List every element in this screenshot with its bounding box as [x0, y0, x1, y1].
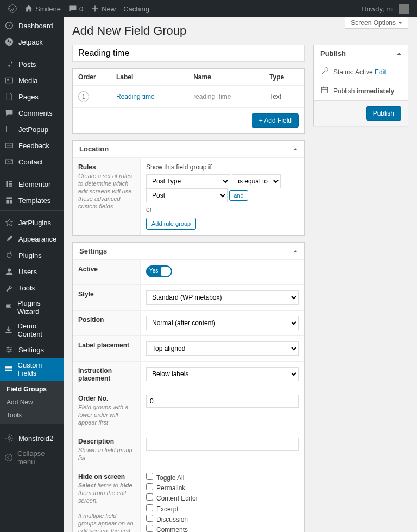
collapse-icon	[4, 453, 13, 463]
fields-box: Order Label Name Type 1 Reading time rea…	[72, 68, 305, 134]
my-account[interactable]: Howdy, mi	[357, 0, 413, 17]
brush-icon	[4, 234, 14, 244]
svg-rect-20	[5, 370, 12, 371]
field-type: Text	[264, 86, 304, 108]
menu-monstroid[interactable]: Monstroid2	[0, 430, 64, 446]
add-and-rule[interactable]: and	[229, 190, 248, 201]
menu-media[interactable]: Media	[0, 72, 64, 88]
svg-rect-10	[9, 183, 12, 184]
templates-icon	[4, 195, 14, 205]
submenu-add-new[interactable]: Add New	[0, 396, 64, 409]
hide-checkbox[interactable]	[146, 483, 153, 490]
svg-rect-24	[321, 87, 327, 93]
menu-custom-fields[interactable]: Custom Fields	[0, 358, 64, 381]
rule-operator-select[interactable]: is equal to	[232, 174, 281, 188]
field-name: reading_time	[188, 86, 264, 108]
elementor-icon	[4, 179, 14, 189]
menu-contact[interactable]: Contact	[0, 154, 64, 170]
label-placement-select[interactable]: Top aligned	[146, 341, 299, 356]
order-no-input[interactable]	[146, 395, 299, 408]
menu-feedback[interactable]: Feedback	[0, 137, 64, 154]
rule-value-select[interactable]: Post	[146, 188, 228, 202]
add-field-button[interactable]: + Add Field	[252, 113, 299, 128]
table-row[interactable]: 1 Reading time reading_time Text	[73, 86, 304, 108]
jetplugins-icon	[4, 218, 14, 227]
hide-checkbox[interactable]	[146, 515, 153, 522]
hide-item[interactable]: Content Editor	[146, 493, 299, 504]
hide-item[interactable]: Excerpt	[146, 504, 299, 515]
menu-pages[interactable]: Pages	[0, 88, 64, 105]
user-icon	[4, 267, 14, 276]
col-label: Label	[111, 69, 188, 86]
caching-menu[interactable]: Caching	[119, 0, 153, 17]
menu-tools[interactable]: Tools	[0, 280, 64, 296]
hide-item[interactable]: Comments	[146, 525, 299, 532]
svg-point-16	[7, 346, 9, 348]
style-select[interactable]: Standard (WP metabox)	[146, 290, 299, 305]
wrench-icon	[4, 283, 14, 293]
menu-jetplugins[interactable]: JetPlugins	[0, 214, 64, 231]
settings-heading[interactable]: Settings	[73, 243, 304, 260]
hide-checkbox[interactable]	[146, 504, 153, 511]
gear-icon	[4, 433, 14, 443]
screen-options-toggle[interactable]: Screen Options	[345, 17, 408, 29]
jetpack-icon	[4, 37, 14, 47]
hide-checkbox[interactable]	[146, 473, 153, 480]
hide-checkbox[interactable]	[146, 525, 153, 532]
popup-icon	[4, 124, 14, 134]
menu-settings[interactable]: Settings	[0, 341, 64, 358]
field-label-link[interactable]: Reading time	[116, 93, 155, 100]
edit-status-link[interactable]: Edit	[375, 68, 386, 76]
main-content: Screen Options Add New Field Group Order…	[64, 17, 417, 532]
active-toggle[interactable]: Yes	[146, 265, 172, 277]
col-name: Name	[188, 69, 264, 86]
collapse-menu[interactable]: Collapse menu	[0, 446, 64, 469]
submenu-tools[interactable]: Tools	[0, 409, 64, 422]
svg-rect-13	[6, 200, 9, 203]
instruction-placement-select[interactable]: Below labels	[146, 367, 299, 381]
pin-icon	[4, 59, 14, 69]
chevron-up-icon	[395, 49, 401, 58]
menu-dashboard[interactable]: Dashboard	[0, 17, 64, 34]
site-name[interactable]: Smilene	[21, 0, 65, 17]
location-heading[interactable]: Location	[73, 141, 304, 158]
group-title-input[interactable]	[72, 45, 305, 62]
calendar-icon	[320, 86, 329, 96]
menu-jetpopup[interactable]: JetPopup	[0, 121, 64, 137]
publish-button[interactable]: Publish	[366, 106, 401, 121]
submenu-field-groups[interactable]: Field Groups	[0, 383, 64, 396]
comments-bubble[interactable]: 0	[65, 0, 87, 17]
add-rule-group-button[interactable]: Add rule group	[146, 218, 196, 230]
feedback-icon	[4, 141, 14, 150]
new-content[interactable]: New	[87, 0, 119, 17]
admin-bar: Smilene 0 New Caching Howdy, mi	[0, 0, 417, 17]
chevron-up-icon	[291, 247, 298, 255]
menu-appearance[interactable]: Appearance	[0, 231, 64, 247]
menu-elementor[interactable]: Elementor	[0, 176, 64, 192]
custom-fields-submenu: Field Groups Add New Tools	[0, 381, 64, 424]
comments-count: 0	[79, 5, 83, 13]
publish-heading[interactable]: Publish	[314, 45, 408, 62]
location-box: Location RulesCreate a set of rules to d…	[72, 140, 305, 236]
menu-jetpack[interactable]: Jetpack	[0, 34, 64, 50]
order-handle[interactable]: 1	[78, 91, 89, 102]
menu-templates[interactable]: Templates	[0, 192, 64, 208]
position-select[interactable]: Normal (after content)	[146, 316, 299, 330]
menu-comments[interactable]: Comments	[0, 105, 64, 121]
svg-rect-11	[9, 185, 12, 186]
hide-item[interactable]: Permalink	[146, 483, 299, 493]
menu-users[interactable]: Users	[0, 263, 64, 280]
svg-point-22	[5, 454, 12, 461]
rule-param-select[interactable]: Post Type	[146, 174, 230, 188]
col-type: Type	[264, 69, 304, 86]
wp-logo[interactable]	[4, 0, 21, 17]
menu-posts[interactable]: Posts	[0, 56, 64, 72]
menu-demo-content[interactable]: Demo Content	[0, 319, 64, 341]
hide-on-screen-list: Toggle AllPermalinkContent EditorExcerpt…	[141, 467, 304, 532]
description-input[interactable]	[146, 438, 299, 451]
hide-checkbox[interactable]	[146, 493, 153, 501]
menu-plugins[interactable]: Plugins	[0, 247, 64, 263]
hide-item[interactable]: Toggle All	[146, 473, 299, 483]
hide-item[interactable]: Discussion	[146, 515, 299, 525]
menu-plugins-wizard[interactable]: Plugins Wizard	[0, 296, 64, 319]
